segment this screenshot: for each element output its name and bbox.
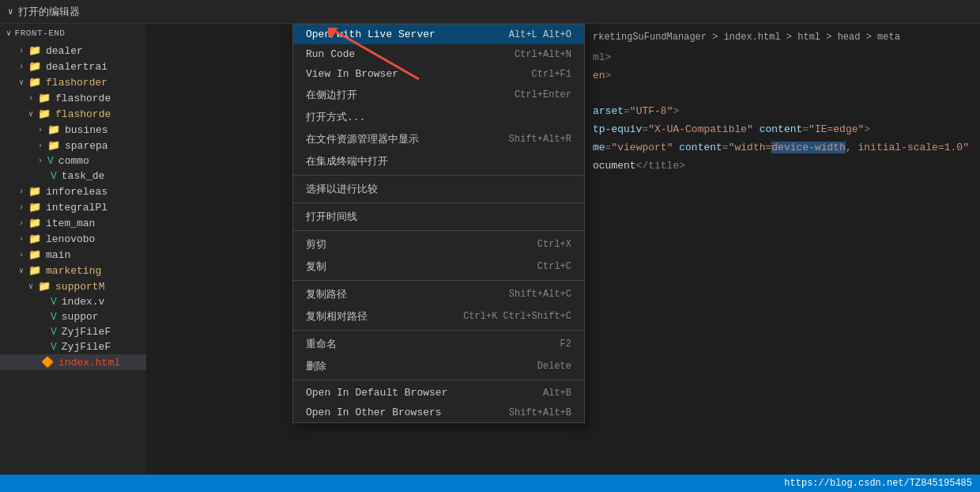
folder-icon: 📁 [28, 248, 41, 261]
sidebar-item-zyjfilef2[interactable]: V ZyjFileF [0, 339, 146, 354]
sidebar-item-flashorder[interactable]: ∨ 📁 flashorder [0, 74, 146, 90]
vue-icon: V [51, 326, 57, 338]
sidebar-item-label: ZyjFileF [62, 341, 111, 353]
menu-separator [293, 202, 584, 203]
menu-item-shortcut: Ctrl+Enter [514, 89, 571, 100]
breadcrumb-text: rketingSuFundManager > index.html > html… [593, 32, 900, 43]
chevron-down-icon: ∨ [28, 282, 33, 291]
menu-item-delete[interactable]: 删除 Delete [293, 355, 584, 377]
menu-item-label: View In Browser [306, 68, 398, 80]
menu-item-rename[interactable]: 重命名 F2 [293, 333, 584, 355]
sidebar-item-label: inforeleas [46, 186, 107, 198]
chevron-right-icon: › [19, 219, 24, 228]
menu-item-open-live-server[interactable]: Open with Live Server Alt+L Alt+O [293, 25, 584, 44]
menu-separator [293, 330, 584, 331]
menu-item-shortcut: Ctrl+F1 [532, 69, 571, 80]
chevron-down-icon: ∨ [6, 28, 12, 38]
menu-item-open-with[interactable]: 打开方式... [293, 106, 584, 128]
sidebar-item-supportM[interactable]: ∨ 📁 supportM [0, 278, 146, 294]
chevron-right-icon: › [28, 94, 33, 103]
sidebar-item-label: dealer [46, 45, 83, 57]
sidebar-item-label: commo [58, 155, 89, 167]
menu-item-cut[interactable]: 剪切 Ctrl+X [293, 233, 584, 255]
sidebar-item-label: lenovobo [46, 233, 95, 245]
sidebar-item-suppor[interactable]: V suppor [0, 309, 146, 324]
sidebar-item-main[interactable]: › 📁 main [0, 247, 146, 263]
sidebar-item-label: integralPl [46, 202, 107, 214]
chevron-right-icon: › [38, 157, 43, 165]
menu-item-label: Open with Live Server [306, 28, 435, 40]
code-line-1: ml> [585, 49, 980, 67]
menu-item-shortcut: Shift+Alt+R [509, 134, 571, 145]
menu-item-label: 在集成终端中打开 [306, 154, 388, 168]
menu-item-label: 重命名 [306, 337, 337, 351]
sidebar-item-dealertrai[interactable]: › 📁 dealertrai [0, 59, 146, 74]
sidebar-item-integralPl[interactable]: › 📁 integralPl [0, 199, 146, 215]
menu-separator [293, 280, 584, 281]
menu-item-shortcut: Ctrl+X [537, 239, 571, 250]
menu-item-open-default-browser[interactable]: Open In Default Browser Alt+B [293, 383, 584, 403]
menu-item-copy-path[interactable]: 复制路径 Shift+Alt+C [293, 283, 584, 305]
menu-item-shortcut: Ctrl+C [537, 261, 571, 272]
menu-item-label: 剪切 [306, 237, 326, 252]
sidebar-item-zyjfilef1[interactable]: V ZyjFileF [0, 324, 146, 339]
sidebar-item-label: index.v [62, 296, 105, 308]
menu-item-view-in-browser[interactable]: View In Browser Ctrl+F1 [293, 64, 584, 84]
chevron-right-icon: › [19, 235, 24, 244]
sidebar-header-label: FRONT-END [15, 28, 66, 38]
menu-item-open-other-browsers[interactable]: Open In Other Browsers Shift+Alt+B [293, 403, 584, 422]
sidebar-item-label: supportM [55, 281, 104, 293]
menu-item-label: 在侧边打开 [306, 88, 357, 102]
menu-item-copy-relative-path[interactable]: 复制相对路径 Ctrl+K Ctrl+Shift+C [293, 305, 584, 327]
menu-item-show-in-explorer[interactable]: 在文件资源管理器中显示 Shift+Alt+R [293, 128, 584, 150]
menu-item-shortcut: Shift+Alt+B [509, 407, 571, 418]
menu-item-shortcut: Ctrl+K Ctrl+Shift+C [463, 311, 571, 322]
main-layout: ∨ FRONT-END › 📁 dealer › 📁 dealertrai ∨ … [0, 24, 980, 475]
menu-item-copy[interactable]: 复制 Ctrl+C [293, 255, 584, 278]
folder-icon: 📁 [47, 123, 60, 136]
sidebar-item-busines[interactable]: › 📁 busines [0, 122, 146, 138]
sidebar-item-flashorde2[interactable]: ∨ 📁 flashorde [0, 106, 146, 122]
sidebar-item-index-html[interactable]: 🔶 index.html [0, 354, 146, 370]
folder-icon: 📁 [28, 264, 41, 277]
editor-area: rketingSuFundManager > index.html > html… [585, 24, 980, 475]
vue-icon: V [51, 311, 57, 323]
vue-icon: V [51, 170, 57, 182]
menu-item-open-terminal[interactable]: 在集成终端中打开 [293, 150, 584, 172]
sidebar-item-label: ZyjFileF [62, 326, 111, 338]
folder-icon: 📁 [28, 217, 41, 229]
sidebar-item-commo[interactable]: › V commo [0, 153, 146, 168]
code-line-2: en> [585, 67, 980, 85]
sidebar-item-inforeleas[interactable]: › 📁 inforeleas [0, 184, 146, 199]
chevron-right-icon: › [38, 126, 43, 134]
sidebar-item-label: flashorde [55, 108, 111, 120]
sidebar-item-marketing[interactable]: ∨ 📁 marketing [0, 263, 146, 278]
sidebar-item-label: marketing [46, 265, 101, 277]
menu-item-shortcut: Shift+Alt+C [509, 289, 571, 300]
menu-item-open-timeline[interactable]: 打开时间线 [293, 206, 584, 228]
menu-item-label: 复制路径 [306, 287, 347, 301]
code-line-5: tp-equiv="X-UA-Compatible" content="IE=e… [585, 121, 980, 139]
menu-item-run-code[interactable]: Run Code Ctrl+Alt+N [293, 44, 584, 64]
chevron-right-icon: › [19, 47, 24, 55]
status-bar: https://blog.csdn.net/TZ845195485 [0, 475, 980, 492]
chevron-down-icon: ∨ [8, 6, 13, 17]
sidebar-item-item-man[interactable]: › 📁 item_man [0, 215, 146, 231]
menu-item-shortcut: Alt+B [543, 388, 571, 399]
menu-item-select-compare[interactable]: 选择以进行比较 [293, 178, 584, 200]
menu-separator [293, 230, 584, 231]
sidebar-item-task-de[interactable]: V task_de [0, 168, 146, 184]
status-url: https://blog.csdn.net/TZ845195485 [784, 478, 972, 489]
folder-icon: 📁 [38, 280, 51, 293]
menu-item-open-side[interactable]: 在侧边打开 Ctrl+Enter [293, 84, 584, 106]
chevron-down-icon: ∨ [19, 78, 24, 87]
chevron-down-icon: ∨ [28, 109, 33, 119]
menu-item-shortcut: Alt+L Alt+O [509, 29, 571, 40]
sidebar-item-index-v[interactable]: V index.v [0, 294, 146, 309]
sidebar-item-dealer[interactable]: › 📁 dealer [0, 43, 146, 59]
sidebar-item-flashorde1[interactable]: › 📁 flashorde [0, 90, 146, 106]
sidebar-item-sparepa[interactable]: › 📁 sparepa [0, 138, 146, 153]
folder-icon: 📁 [28, 76, 41, 89]
sidebar-item-label: index.html [58, 357, 120, 369]
sidebar-item-lenovobo[interactable]: › 📁 lenovobo [0, 231, 146, 247]
